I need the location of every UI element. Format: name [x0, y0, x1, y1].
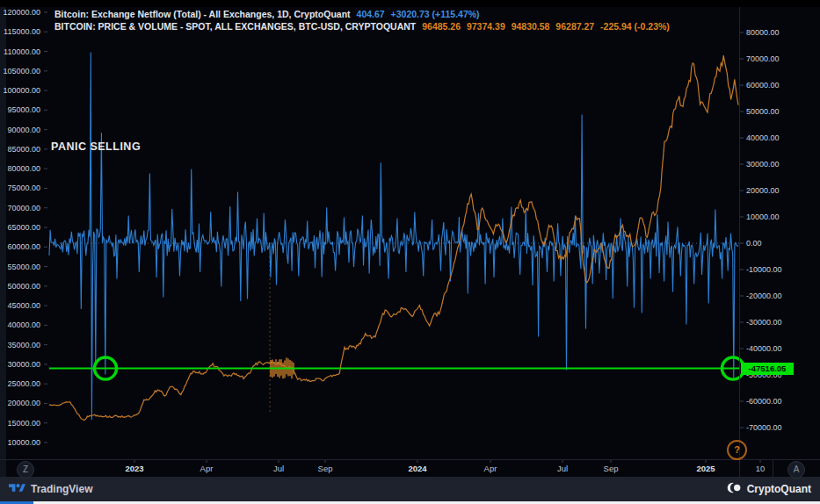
tradingview-logo-icon	[9, 481, 25, 498]
left-axis-tick-label: 60000.00	[0, 242, 40, 251]
tradingview-brand-link[interactable]: TradingView	[9, 481, 92, 498]
chart-canvas[interactable]: 120000.00115000.00110000.00105000.001000…	[0, 0, 820, 477]
chart-plot-svg[interactable]	[0, 0, 820, 477]
time-axis-tick-label: Apr	[484, 464, 497, 473]
time-axis-separator	[0, 459, 820, 460]
time-axis-tick-label: Jul	[273, 464, 284, 473]
support-level-price-badge: -47516.05	[741, 363, 794, 375]
left-axis-tick-label: 25000.00	[0, 379, 40, 388]
netflow-last-value: 404.67	[357, 9, 385, 19]
time-axis-tick-label: 2025	[696, 464, 715, 473]
time-axis-tick-label: Sep	[318, 464, 333, 473]
left-axis-tick-label: 50000.00	[0, 282, 40, 291]
netflow-change: +3020.73 (+115.47%)	[391, 9, 480, 19]
price-low: 94830.58	[512, 21, 550, 32]
left-axis-tick-label: 70000.00	[0, 204, 40, 212]
right-axis-tick-label: 40000.00	[746, 133, 780, 142]
corner-cell-separator	[773, 459, 773, 477]
price-series-title: BITCOIN: PRICE & VOLUME - SPOT, ALL EXCH…	[54, 21, 416, 32]
netflow-series-title: Bitcoin: Exchange Netflow (Total) - All …	[54, 9, 351, 19]
left-axis-tick-label: 45000.00	[0, 301, 40, 310]
left-axis-tick-label: 95000.00	[0, 105, 40, 114]
right-axis-tick-label: 80000.00	[746, 28, 780, 37]
right-axis-tick-label: -10000.00	[746, 265, 782, 274]
time-axis-tick-label: 2024	[408, 464, 426, 473]
right-axis-tick-label: 30000.00	[746, 160, 780, 169]
cryptoquant-brand-link[interactable]: CryptoQuant	[727, 480, 811, 499]
right-axis-tick-label: 50000.00	[746, 107, 780, 116]
left-axis-tick-label: 115000.00	[0, 27, 40, 36]
left-axis-tick-label: 40000.00	[0, 320, 40, 329]
timezone-button[interactable]: Z	[17, 461, 34, 479]
left-axis-tick-label: 100000.00	[0, 86, 40, 95]
left-axis-tick-label: 105000.00	[0, 67, 40, 76]
footer-bar: TradingView CryptoQuant	[0, 477, 820, 501]
right-axis-separator	[739, 7, 740, 477]
left-axis-tick-label: 30000.00	[0, 360, 40, 369]
right-axis-tick-label: -20000.00	[746, 292, 782, 300]
time-axis-tick-label: Apr	[200, 464, 214, 473]
auto-scale-button[interactable]: A	[787, 461, 805, 479]
time-axis-tick-label: Sep	[604, 464, 619, 473]
left-axis-tick-label: 65000.00	[0, 223, 40, 232]
left-axis-tick-label: 10000.00	[0, 438, 40, 447]
legend-row-price[interactable]: BITCOIN: PRICE & VOLUME - SPOT, ALL EXCH…	[54, 20, 673, 32]
left-axis-tick-label: 120000.00	[0, 8, 40, 17]
left-axis-tick-label: 75000.00	[0, 184, 40, 192]
tradingview-label: TradingView	[31, 483, 92, 495]
right-axis-tick-label: -70000.00	[746, 423, 782, 432]
left-axis-tick-label: 90000.00	[0, 126, 40, 134]
time-axis-tick-label: 10	[756, 464, 766, 473]
left-axis-tick-label: 15000.00	[0, 419, 40, 428]
price-high: 97374.39	[467, 21, 505, 32]
right-axis-tick-label: 60000.00	[746, 81, 780, 90]
right-axis-tick-label: -40000.00	[746, 344, 782, 353]
panic-selling-annotation[interactable]: PANIC SELLING	[51, 140, 141, 153]
right-axis-tick-label: 70000.00	[746, 54, 780, 63]
left-axis-tick-label: 110000.00	[0, 47, 40, 56]
right-axis-tick-label: -30000.00	[746, 318, 782, 327]
cryptoquant-label: CryptoQuant	[747, 483, 811, 495]
left-axis-tick-label: 55000.00	[0, 263, 40, 271]
legend-row-netflow[interactable]: Bitcoin: Exchange Netflow (Total) - All …	[54, 8, 673, 20]
cryptoquant-chart-window: 120000.00115000.00110000.00105000.001000…	[0, 0, 820, 504]
price-change: -225.94 (-0.23%)	[600, 21, 670, 32]
right-axis-tick-label: 10000.00	[746, 212, 780, 221]
legend: Bitcoin: Exchange Netflow (Total) - All …	[54, 8, 673, 32]
left-axis-tick-label: 35000.00	[0, 341, 40, 349]
cryptoquant-logo-icon	[727, 480, 742, 499]
right-axis-tick-label: 20000.00	[746, 186, 780, 195]
price-open: 96485.26	[422, 21, 461, 32]
left-axis-tick-label: 20000.00	[0, 399, 40, 407]
right-axis-tick-label: 0.00	[746, 239, 762, 248]
time-axis-tick-label: Jul	[557, 464, 568, 473]
price-close: 96287.27	[555, 21, 594, 32]
left-axis-tick-label: 85000.00	[0, 145, 40, 154]
time-axis-tick-label: 2023	[125, 464, 143, 473]
right-axis-tick-label: -60000.00	[746, 397, 782, 406]
question-mark-badge[interactable]: ?	[727, 440, 747, 460]
left-axis-tick-label: 80000.00	[0, 164, 40, 173]
